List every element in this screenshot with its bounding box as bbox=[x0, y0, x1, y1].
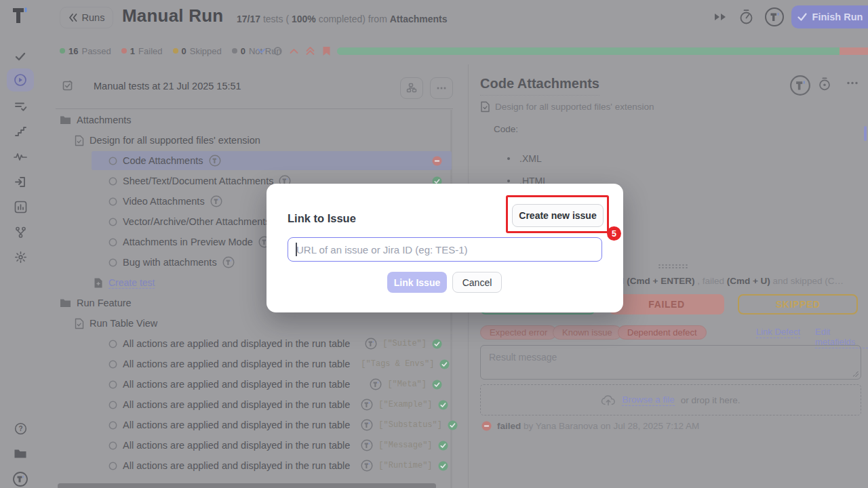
tlogo-icon bbox=[361, 399, 373, 411]
horizontal-scrollbar[interactable] bbox=[58, 483, 436, 488]
failed-status-icon bbox=[481, 421, 492, 431]
tree-row[interactable]: Design for all supported files' extensio… bbox=[41, 130, 461, 150]
tlogo-icon bbox=[210, 195, 222, 207]
passed-status-icon bbox=[448, 420, 458, 430]
failed-label: Failed bbox=[138, 46, 162, 56]
tree-row-label: Attachments bbox=[77, 115, 132, 125]
tree-row[interactable]: All actions are applied and displayed in… bbox=[41, 415, 461, 435]
check-icon[interactable] bbox=[7, 45, 34, 68]
runs-label: Runs bbox=[82, 12, 105, 23]
circle-icon bbox=[108, 177, 117, 186]
bullet-text: .XML bbox=[519, 153, 542, 164]
browse-file-link[interactable]: Browse a file bbox=[622, 394, 674, 406]
history-status: failed bbox=[497, 421, 521, 431]
tlogo-icon bbox=[361, 460, 373, 472]
circle-icon bbox=[108, 218, 117, 226]
tree-row-label: Design for all supported files' extensio… bbox=[90, 135, 260, 146]
issue-url-input[interactable] bbox=[288, 237, 602, 262]
tree-view-button[interactable] bbox=[400, 77, 423, 99]
tree-row[interactable]: All actions are applied and displayed in… bbox=[41, 374, 461, 394]
list-check-icon[interactable] bbox=[7, 95, 34, 118]
finish-run-label: Finish Run bbox=[812, 12, 863, 22]
circle-icon[interactable] bbox=[273, 47, 282, 56]
back-to-runs-button[interactable]: Runs bbox=[60, 7, 113, 28]
check-icon bbox=[797, 13, 807, 21]
run-play-icon[interactable] bbox=[7, 68, 34, 92]
assignee-logo-icon[interactable] bbox=[789, 75, 811, 96]
help-icon[interactable]: ? bbox=[7, 417, 34, 440]
passed-count: 16 bbox=[68, 46, 78, 56]
import-icon[interactable] bbox=[7, 170, 34, 193]
notrun-dot-icon bbox=[232, 48, 237, 54]
settings-gear-icon[interactable] bbox=[7, 245, 34, 268]
passed-dot-icon bbox=[60, 48, 65, 54]
passed-status-icon bbox=[432, 380, 442, 390]
more-options-button[interactable] bbox=[430, 77, 453, 99]
tlogo-icon bbox=[370, 378, 382, 390]
bar-chart-icon[interactable] bbox=[7, 195, 34, 218]
cancel-button[interactable]: Cancel bbox=[452, 272, 502, 293]
circle-icon bbox=[108, 340, 117, 348]
drag-handle[interactable] bbox=[658, 264, 688, 269]
tree-row-label: Attachments in Preview Mode bbox=[123, 237, 253, 247]
result-message-box bbox=[480, 345, 861, 380]
mark-failed-button[interactable]: FAILED bbox=[609, 294, 724, 314]
bullet-icon bbox=[507, 157, 510, 160]
tree-row-label: All actions are applied and displayed in… bbox=[123, 379, 350, 390]
tree-row[interactable]: All actions are applied and displayed in… bbox=[41, 435, 461, 455]
page-title: Manual Run bbox=[122, 5, 223, 26]
hint-shortcut: (Cmd + ENTER) bbox=[627, 276, 694, 286]
tlogo-icon bbox=[361, 439, 373, 451]
drop-hint-text: or drop it here. bbox=[681, 395, 741, 405]
user-logo-icon[interactable] bbox=[764, 7, 785, 27]
tree-row[interactable]: All actions are applied and displayed in… bbox=[41, 333, 461, 354]
folder-icon[interactable] bbox=[7, 442, 34, 465]
skipped-count: 0 bbox=[182, 46, 186, 56]
branch-icon[interactable] bbox=[7, 220, 34, 243]
timer-icon[interactable] bbox=[738, 9, 754, 25]
file-dropzone[interactable]: Browse a file or drop it here. bbox=[480, 384, 861, 415]
modal-title: Link to Issue bbox=[288, 212, 356, 225]
failed-count: 1 bbox=[130, 46, 135, 56]
result-message-input[interactable] bbox=[481, 346, 861, 379]
tree-row[interactable]: All actions are applied and displayed in… bbox=[41, 394, 461, 415]
fast-forward-icon[interactable] bbox=[713, 12, 727, 22]
link-defect-link[interactable]: Link Defect bbox=[756, 327, 800, 338]
tree-row[interactable]: All actions are applied and displayed in… bbox=[41, 455, 461, 476]
detail-more-button[interactable] bbox=[846, 81, 859, 85]
mark-skipped-button[interactable]: SKIPPED bbox=[738, 294, 858, 314]
finish-run-button[interactable]: Finish Run bbox=[791, 5, 868, 28]
known-issue-badge[interactable]: Known issue bbox=[553, 325, 622, 340]
progress-failed-segment bbox=[840, 47, 868, 55]
file-icon bbox=[75, 135, 84, 146]
chevron-down-icon[interactable] bbox=[257, 48, 266, 54]
expected-error-badge[interactable]: Expected error bbox=[480, 325, 557, 340]
tests-count: 17/17 bbox=[237, 14, 260, 24]
tag-label: ["Meta"] bbox=[387, 380, 427, 389]
steps-icon[interactable] bbox=[7, 120, 34, 143]
resize-grip-icon[interactable] bbox=[852, 371, 859, 377]
test-detail-title: Code Attachments bbox=[480, 76, 599, 96]
timer-small-icon[interactable] bbox=[818, 77, 831, 92]
link-issue-button[interactable]: Link Issue bbox=[387, 272, 447, 293]
bookmark-icon[interactable] bbox=[322, 46, 331, 56]
tree-row[interactable]: Run Table View bbox=[41, 313, 461, 333]
hint-text: and skipped (C… bbox=[770, 276, 844, 286]
notrun-count: 0 bbox=[241, 46, 245, 56]
tree-row[interactable]: Attachments bbox=[41, 110, 461, 130]
circle-icon bbox=[108, 421, 117, 430]
tree-row[interactable]: All actions are applied and displayed in… bbox=[41, 354, 461, 374]
panel-scrollbar[interactable] bbox=[864, 126, 867, 141]
passed-status-icon bbox=[438, 441, 448, 451]
tree-row[interactable]: Code Attachments bbox=[41, 150, 461, 171]
hint-text: , failed bbox=[694, 276, 726, 286]
activity-icon[interactable] bbox=[7, 145, 34, 168]
tree-row-label: All actions are applied and displayed in… bbox=[123, 338, 350, 349]
dependent-defect-badge[interactable]: Dependent defect bbox=[618, 325, 707, 340]
double-chevron-up-icon[interactable] bbox=[306, 46, 315, 56]
skipped-label: Skipped bbox=[190, 46, 222, 56]
chevron-up-icon[interactable] bbox=[290, 48, 298, 54]
circle-icon bbox=[108, 157, 117, 165]
failed-status-icon bbox=[432, 156, 442, 166]
logo-icon[interactable] bbox=[7, 468, 34, 488]
